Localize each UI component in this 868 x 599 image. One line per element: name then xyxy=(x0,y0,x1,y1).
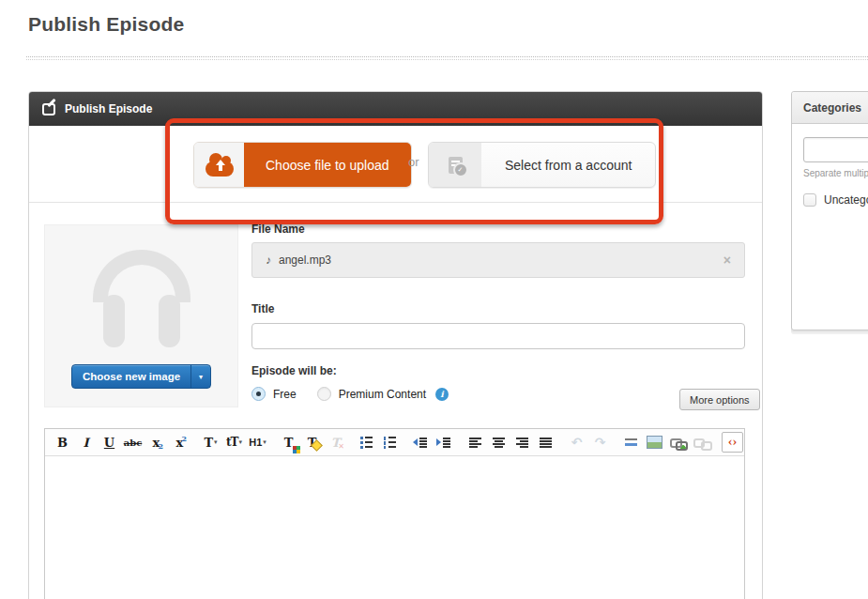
outdent-icon[interactable] xyxy=(410,432,432,453)
subscript-icon[interactable] xyxy=(145,432,167,453)
info-icon[interactable]: i xyxy=(435,388,449,401)
dotted-divider xyxy=(26,56,868,60)
horizontal-rule-icon[interactable] xyxy=(620,432,642,453)
music-note-icon: ♪ xyxy=(266,253,271,267)
categories-panel: Categories Separate multip Uncatego xyxy=(791,91,868,330)
strikethrough-icon[interactable] xyxy=(122,432,144,453)
image-icon[interactable] xyxy=(644,432,665,453)
title-input[interactable] xyxy=(251,323,745,349)
undo-icon xyxy=(566,432,587,453)
link-icon[interactable] xyxy=(667,432,689,453)
categories-hint: Separate multip xyxy=(803,168,868,178)
more-options-button[interactable]: More options xyxy=(679,389,760,410)
file-name-label: File Name xyxy=(251,223,305,236)
font-family-icon[interactable] xyxy=(200,432,221,453)
choose-file-button[interactable]: Choose file to upload xyxy=(193,142,412,188)
category-list-item: Uncatego xyxy=(803,193,868,207)
redo-icon xyxy=(589,432,611,453)
editor-body[interactable] xyxy=(45,456,744,599)
document-check-icon xyxy=(429,143,481,187)
file-name-field: ♪ angel.mp3 × xyxy=(251,242,745,278)
choose-new-image-label: Choose new image xyxy=(72,365,190,388)
choose-file-label: Choose file to upload xyxy=(244,143,411,187)
bold-icon[interactable] xyxy=(52,432,73,453)
episode-image-placeholder: Choose new image ▾ xyxy=(44,224,238,407)
editor-toolbar xyxy=(45,429,744,456)
text-color-icon[interactable] xyxy=(278,432,299,453)
premium-radio[interactable] xyxy=(317,387,331,401)
categories-header: Categories xyxy=(792,92,868,124)
highlight-icon[interactable] xyxy=(301,432,323,453)
description-editor xyxy=(44,428,745,599)
remove-format-icon xyxy=(325,432,346,453)
indent-icon[interactable] xyxy=(434,432,455,453)
free-label: Free xyxy=(273,388,297,401)
edit-icon xyxy=(42,103,55,115)
title-label: Title xyxy=(251,302,274,315)
italic-icon[interactable] xyxy=(75,432,97,453)
uncategorized-label: Uncatego xyxy=(824,193,868,207)
upload-section: Choose file to upload or Select from a a… xyxy=(29,126,762,203)
numbered-list-icon[interactable] xyxy=(379,432,401,453)
underline-icon[interactable] xyxy=(99,432,120,453)
panel-header: Publish Episode xyxy=(29,92,762,126)
unlink-icon xyxy=(691,432,712,453)
page-title: Publish Episode xyxy=(28,13,184,36)
align-left-icon[interactable] xyxy=(464,432,486,453)
pricing-options: Free Premium Content i xyxy=(251,387,449,401)
cloud-upload-icon xyxy=(194,143,244,187)
align-justify-icon[interactable] xyxy=(535,432,556,453)
premium-label: Premium Content xyxy=(339,388,426,401)
free-radio[interactable] xyxy=(251,387,266,401)
episode-will-be-label: Episode will be: xyxy=(251,364,337,377)
uncategorized-checkbox[interactable] xyxy=(803,193,816,207)
align-center-icon[interactable] xyxy=(488,432,510,453)
panel-header-title: Publish Episode xyxy=(65,102,152,115)
file-name-value: angel.mp3 xyxy=(279,253,331,267)
or-label: or xyxy=(408,155,419,169)
select-from-account-button[interactable]: Select from a account xyxy=(428,142,656,188)
select-from-account-label: Select from a account xyxy=(481,143,655,187)
font-size-icon[interactable] xyxy=(223,432,245,453)
heading-icon[interactable] xyxy=(247,432,268,453)
align-right-icon[interactable] xyxy=(511,432,533,453)
caret-down-icon[interactable]: ▾ xyxy=(190,365,210,388)
remove-file-icon[interactable]: × xyxy=(723,253,731,268)
choose-new-image-button[interactable]: Choose new image ▾ xyxy=(71,364,211,389)
bullet-list-icon[interactable] xyxy=(356,432,377,453)
headphones-icon xyxy=(81,246,203,347)
superscript-icon[interactable] xyxy=(169,432,190,453)
categories-input[interactable] xyxy=(803,137,868,162)
source-code-icon[interactable] xyxy=(722,432,743,453)
publish-episode-panel: Publish Episode Choose file to upload or… xyxy=(28,91,763,599)
